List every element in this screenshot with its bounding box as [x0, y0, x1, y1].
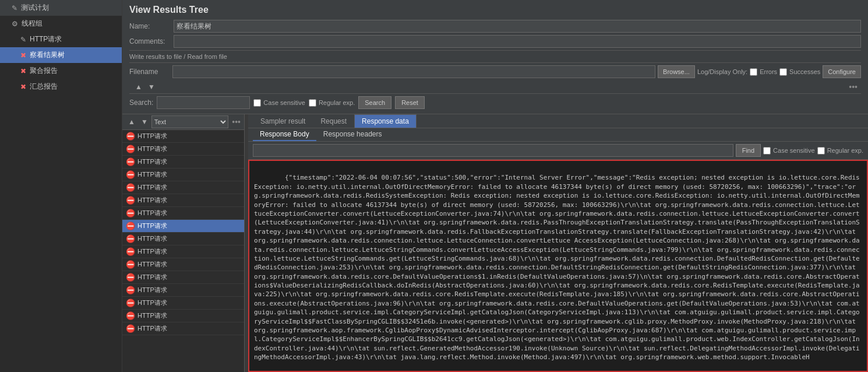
error-icon: ⛔ — [126, 145, 135, 153]
error-icon: ⛔ — [126, 196, 135, 205]
thread-icon: ⚙ — [12, 20, 18, 28]
filename-input[interactable] — [172, 65, 655, 78]
result-item[interactable]: ⛔HTTP请求 — [122, 284, 244, 297]
result-item-label: HTTP请求 — [137, 170, 167, 179]
find-case-sensitive-label[interactable]: Case sensitive — [763, 147, 815, 155]
result-item[interactable]: ⛔HTTP请求 — [122, 258, 244, 271]
search-input[interactable] — [157, 96, 250, 109]
result-item[interactable]: ⛔HTTP请求 — [122, 220, 244, 233]
error-icon: ⛔ — [126, 170, 135, 179]
result-item[interactable]: ⛔HTTP请求 — [122, 233, 244, 245]
comments-row: Comments: — [129, 35, 861, 48]
tab-response-data[interactable]: Response data — [354, 114, 417, 128]
sidebar-item-summary-report[interactable]: ✖ 汇总报告 — [0, 79, 122, 94]
sidebar-item-view-results[interactable]: ✖ 察看结果树 — [0, 47, 122, 63]
error-icon: ⛔ — [126, 183, 135, 192]
error-icon: ⛔ — [126, 311, 135, 320]
result-item-label: HTTP请求 — [137, 145, 167, 153]
search-label: Search: — [129, 99, 153, 107]
find-regular-exp-label[interactable]: Regular exp. — [817, 147, 863, 155]
name-label: Name: — [129, 22, 170, 30]
name-input[interactable] — [174, 20, 861, 33]
main-content: View Results Tree Name: Comments: Write … — [122, 0, 868, 372]
arrow-up-btn[interactable]: ▲ — [133, 82, 144, 92]
more-options-btn[interactable]: ••• — [849, 82, 858, 92]
result-item-label: HTTP请求 — [137, 132, 167, 141]
error-icon: ⛔ — [126, 299, 135, 307]
page-title: View Results Tree — [129, 5, 861, 15]
result-list-header: ▲ ▼ Text ••• — [122, 114, 244, 130]
result-item[interactable]: ⛔HTTP请求 — [122, 156, 244, 169]
sidebar-item-label: HTTP请求 — [30, 34, 62, 44]
search-row: Search: Case sensitive Regular exp. Sear… — [129, 94, 861, 111]
sub-tab-response-body[interactable]: Response Body — [253, 128, 316, 141]
result-item-label: HTTP请求 — [137, 157, 167, 166]
tab-request[interactable]: Request — [313, 114, 354, 128]
log-display-label: Log/Display Only: — [697, 68, 747, 75]
comments-input[interactable] — [174, 35, 861, 48]
right-panel: Sampler result Request Response data Res… — [248, 114, 868, 372]
arrow-down-btn[interactable]: ▼ — [146, 82, 157, 92]
sidebar-item-label: 汇总报告 — [30, 82, 58, 92]
top-bar-arrows: ▲ ▼ ••• — [129, 80, 861, 94]
successes-checkbox-label[interactable]: Successes — [779, 68, 820, 76]
result-item[interactable]: ⛔HTTP请求 — [122, 207, 244, 220]
summary-icon: ✖ — [20, 83, 26, 91]
result-item[interactable]: ⛔HTTP请求 — [122, 310, 244, 322]
search-button[interactable]: Search — [358, 96, 391, 109]
sidebar-item-label: 线程组 — [22, 19, 43, 29]
result-item-label: HTTP请求 — [137, 222, 167, 230]
result-item-label: HTTP请求 — [137, 260, 167, 269]
find-regular-exp-checkbox[interactable] — [817, 147, 825, 155]
view-type-select[interactable]: Text — [151, 115, 229, 128]
reset-button[interactable]: Reset — [395, 96, 425, 109]
find-input[interactable] — [253, 144, 733, 157]
find-button[interactable]: Find — [736, 144, 761, 157]
list-arrow-down[interactable]: ▼ — [139, 117, 150, 127]
error-icon: ⛔ — [126, 234, 135, 243]
sub-tab-response-headers[interactable]: Response headers — [316, 128, 389, 141]
error-icon: ⛔ — [126, 222, 135, 230]
result-list-panel: ▲ ▼ Text ••• ⛔HTTP请求⛔HTTP请求⛔HTTP请求⛔HTTP请… — [122, 114, 245, 372]
main-header: View Results Tree Name: Comments: Write … — [122, 0, 868, 114]
successes-checkbox[interactable] — [779, 68, 787, 76]
tab-sampler-result[interactable]: Sampler result — [253, 114, 313, 128]
find-case-sensitive-checkbox[interactable] — [763, 147, 771, 155]
result-item-label: HTTP请求 — [137, 183, 167, 192]
result-item-label: HTTP请求 — [137, 324, 167, 333]
regular-exp-label[interactable]: Regular exp. — [309, 99, 355, 107]
result-item[interactable]: ⛔HTTP请求 — [122, 271, 244, 284]
list-more-options[interactable]: ••• — [232, 117, 241, 127]
list-arrow-up[interactable]: ▲ — [126, 117, 137, 127]
result-item-label: HTTP请求 — [137, 247, 167, 256]
sidebar-item-test-plan[interactable]: ✎ 测试计划 — [0, 0, 122, 16]
result-item[interactable]: ⛔HTTP请求 — [122, 194, 244, 207]
sub-tabs-row: Response Body Response headers — [248, 128, 868, 142]
error-icon: ⛔ — [126, 286, 135, 294]
errors-checkbox[interactable] — [750, 68, 757, 76]
result-item[interactable]: ⛔HTTP请求 — [122, 143, 244, 156]
regular-exp-checkbox[interactable] — [309, 99, 316, 107]
configure-button[interactable]: Configure — [823, 65, 861, 78]
result-item-label: HTTP请求 — [137, 299, 167, 307]
result-item[interactable]: ⛔HTTP请求 — [122, 297, 244, 310]
result-item-label: HTTP请求 — [137, 311, 167, 320]
sidebar-item-thread-group[interactable]: ⚙ 线程组 — [0, 16, 122, 31]
sidebar-item-http-request[interactable]: ✎ HTTP请求 — [0, 31, 122, 47]
result-item[interactable]: ⛔HTTP请求 — [122, 181, 244, 194]
result-item[interactable]: ⛔HTTP请求 — [122, 130, 244, 143]
sidebar-item-aggregate-report[interactable]: ✖ 聚合报告 — [0, 63, 122, 79]
result-item[interactable]: ⛔HTTP请求 — [122, 169, 244, 181]
result-item[interactable]: ⛔HTTP请求 — [122, 322, 244, 335]
result-item-label: HTTP请求 — [137, 273, 167, 282]
browse-button[interactable]: Browse... — [658, 65, 695, 78]
tabs-row: Sampler result Request Response data — [248, 114, 868, 128]
error-icon: ⛔ — [126, 157, 135, 166]
result-item[interactable]: ⛔HTTP请求 — [122, 245, 244, 258]
result-item-label: HTTP请求 — [137, 286, 167, 294]
sidebar: ✎ 测试计划 ⚙ 线程组 ✎ HTTP请求 ✖ 察看结果树 ✖ 聚合报告 ✖ 汇… — [0, 0, 122, 372]
error-icon: ⛔ — [126, 209, 135, 217]
case-sensitive-checkbox[interactable] — [253, 99, 261, 107]
case-sensitive-label[interactable]: Case sensitive — [253, 99, 305, 107]
errors-checkbox-label[interactable]: Errors — [750, 68, 777, 76]
